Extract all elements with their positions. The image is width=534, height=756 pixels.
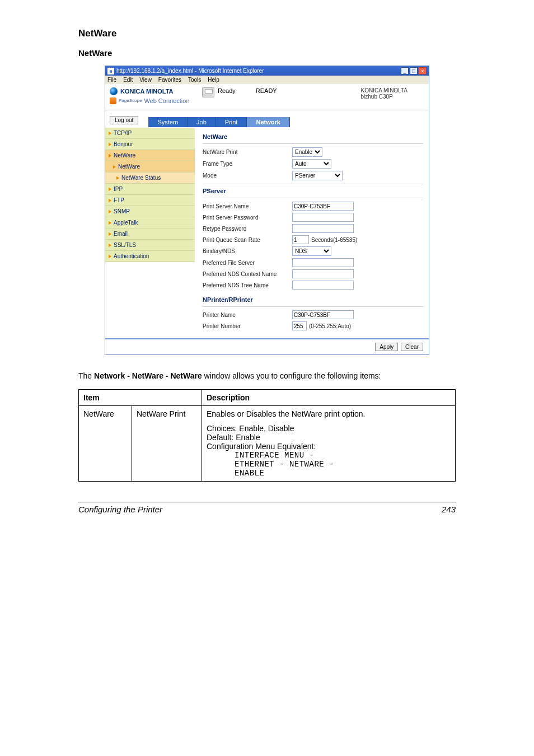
- menu-view[interactable]: View: [139, 77, 152, 83]
- sidebar-item-netware-sub[interactable]: NetWare: [105, 161, 195, 172]
- sidebar-item-ftp[interactable]: FTP: [105, 195, 195, 206]
- page-footer: Configuring the Printer 243: [78, 502, 456, 514]
- label-preferred-nds-context: Preferred NDS Context Name: [203, 271, 292, 277]
- chevron-right-icon: [109, 210, 111, 213]
- desc-line-default: Default: Enable: [207, 433, 451, 442]
- label-frame-type: Frame Type: [203, 161, 292, 167]
- pagescope-label: PageScope: [119, 99, 142, 103]
- label-preferred-file-server: Preferred File Server: [203, 260, 292, 266]
- chevron-right-icon: [109, 244, 111, 247]
- input-print-server-password[interactable]: [292, 213, 354, 222]
- sidebar-item-ssltls[interactable]: SSL/TLS: [105, 240, 195, 251]
- content-pane: NetWare NetWare PrintEnable Frame TypeAu…: [195, 128, 429, 338]
- ready-label: Ready: [218, 87, 236, 94]
- ie-window: e http://192.168.1.2/a_index.html - Micr…: [105, 66, 429, 355]
- menu-tools[interactable]: Tools: [188, 77, 201, 83]
- sidebar-item-label: FTP: [114, 197, 124, 203]
- input-preferred-nds-tree[interactable]: [292, 281, 354, 290]
- menu-edit[interactable]: Edit: [123, 77, 133, 83]
- sidebar-item-netware[interactable]: NetWare: [105, 150, 195, 161]
- sidebar-item-appletalk[interactable]: AppleTalk: [105, 217, 195, 228]
- chevron-right-icon: [116, 176, 119, 180]
- sidebar-item-authentication[interactable]: Authentication: [105, 251, 195, 262]
- select-netware-print[interactable]: Enable: [292, 147, 322, 157]
- sidebar-item-email[interactable]: Email: [105, 228, 195, 240]
- footer-title: Configuring the Printer: [78, 505, 162, 514]
- sidebar-item-label: NetWare Status: [121, 175, 161, 181]
- desc-line-main: Enables or Disables the NetWare print op…: [207, 409, 451, 418]
- sidebar-item-label: NetWare: [118, 164, 140, 170]
- input-print-server-name[interactable]: [292, 202, 354, 211]
- web-connection-label: Web Connection: [144, 97, 189, 104]
- input-printer-number[interactable]: [292, 321, 307, 330]
- select-frame-type[interactable]: Auto: [292, 159, 331, 169]
- logout-button[interactable]: Log out: [110, 116, 138, 124]
- printer-icon: [202, 87, 214, 97]
- sidebar-item-label: Authentication: [114, 253, 149, 259]
- table-header-item: Item: [79, 389, 202, 405]
- sidebar-item-tcpip[interactable]: TCP/IP: [105, 128, 195, 139]
- label-scan-rate: Print Queue Scan Rate: [203, 237, 292, 243]
- table-cell-item: NetWare: [79, 405, 132, 481]
- menu-help[interactable]: Help: [208, 77, 219, 83]
- table-cell-description: Enables or Disables the NetWare print op…: [202, 405, 456, 481]
- window-close-button[interactable]: ×: [419, 67, 427, 74]
- sidebar-item-label: Email: [114, 231, 128, 237]
- input-preferred-nds-context[interactable]: [292, 269, 354, 278]
- menu-favorites[interactable]: Favorites: [158, 77, 181, 83]
- menu-file[interactable]: File: [107, 77, 116, 83]
- ie-title-text: http://192.168.1.2/a_index.html - Micros…: [116, 68, 264, 74]
- sidebar: TCP/IP Bonjour NetWare NetWare NetWare S…: [105, 128, 195, 338]
- description-table: Item Description NetWare NetWare Print E…: [78, 389, 456, 482]
- chevron-right-icon: [109, 188, 111, 191]
- tab-system[interactable]: System: [148, 117, 188, 127]
- section-heading-1: NetWare: [78, 28, 456, 39]
- caption-suffix: window allows you to configure the follo…: [202, 371, 381, 380]
- input-retype-password[interactable]: [292, 224, 354, 233]
- chevron-right-icon: [109, 221, 111, 225]
- label-print-server-password: Print Server Password: [203, 214, 292, 221]
- section-title-pserver: PServer: [203, 188, 423, 194]
- sidebar-item-label: TCP/IP: [114, 130, 132, 136]
- desc-line-path2: ETHERNET - NETWARE -: [207, 460, 451, 469]
- label-mode: Mode: [203, 172, 292, 179]
- label-printer-number: Printer Number: [203, 323, 292, 329]
- sidebar-item-netware-status[interactable]: NetWare Status: [105, 172, 195, 184]
- tab-job[interactable]: Job: [188, 117, 216, 127]
- apply-button[interactable]: Apply: [375, 343, 398, 351]
- sidebar-item-label: Bonjour: [114, 141, 133, 147]
- chevron-right-icon: [109, 132, 111, 135]
- ie-favicon: e: [107, 68, 114, 74]
- chevron-right-icon: [109, 199, 111, 202]
- label-print-server-name: Print Server Name: [203, 203, 292, 209]
- brand-text: KONICA MINOLTA: [120, 88, 174, 95]
- unit-printer-number: (0-255,255:Auto): [309, 323, 351, 329]
- label-netware-print: NetWare Print: [203, 149, 292, 155]
- select-mode[interactable]: PServer: [292, 171, 343, 180]
- window-maximize-button[interactable]: □: [410, 67, 418, 74]
- header-model: bizhub C30P: [360, 94, 407, 100]
- window-minimize-button[interactable]: _: [401, 67, 409, 74]
- input-scan-rate[interactable]: [292, 235, 309, 244]
- desc-line-cfg: Configuration Menu Equivalent:: [207, 442, 451, 451]
- sidebar-item-snmp[interactable]: SNMP: [105, 206, 195, 217]
- select-bindery-nds[interactable]: NDS: [292, 246, 331, 256]
- tab-print[interactable]: Print: [216, 117, 247, 127]
- desc-line-path3: ENABLE: [207, 469, 451, 478]
- ready-status: READY: [256, 87, 277, 94]
- clear-button[interactable]: Clear: [401, 343, 423, 351]
- footer-page-number: 243: [442, 505, 456, 514]
- input-printer-name[interactable]: [292, 310, 354, 319]
- sidebar-item-bonjour[interactable]: Bonjour: [105, 139, 195, 150]
- tab-network[interactable]: Network: [247, 117, 289, 127]
- label-retype-password: Retype Password: [203, 226, 292, 232]
- input-preferred-file-server[interactable]: [292, 258, 354, 267]
- sidebar-item-label: NetWare: [114, 152, 135, 158]
- sidebar-item-ipp[interactable]: IPP: [105, 184, 195, 195]
- chevron-right-icon: [109, 154, 111, 157]
- caption-bold: Network - NetWare - NetWare: [94, 371, 202, 380]
- pagescope-icon: [110, 97, 116, 104]
- sidebar-item-label: IPP: [114, 186, 123, 192]
- section-title-netware: NetWare: [203, 133, 423, 140]
- desc-line-path1: INTERFACE MENU -: [207, 451, 451, 460]
